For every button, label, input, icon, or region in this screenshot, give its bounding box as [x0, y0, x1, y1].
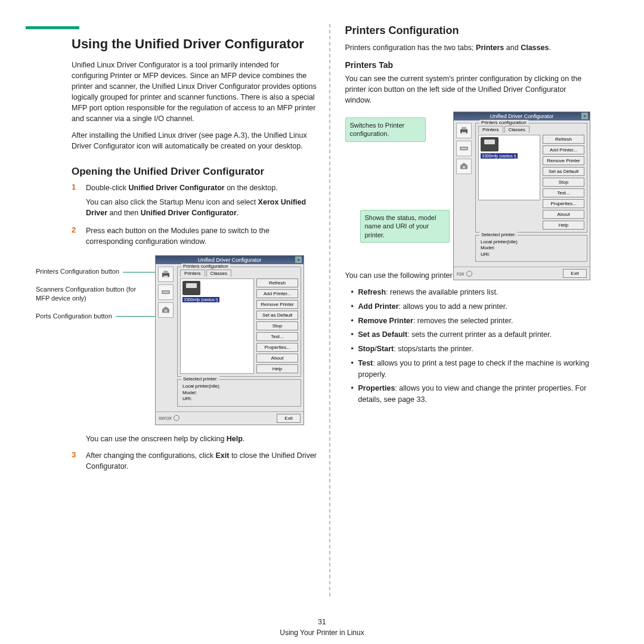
configurator-window-2: Unified Driver Configurator × [453, 112, 590, 280]
selected-info: Local printer(idle) Model: URI: [478, 238, 584, 259]
close-icon[interactable]: × [581, 113, 588, 119]
printers-config-group: Printers configuration Printers Classes … [177, 267, 301, 377]
step-body: Double-click Unified Driver Configurator… [86, 182, 317, 222]
step-body: Press each button on the Modules pane to… [86, 225, 317, 250]
callout-line-icon [123, 272, 155, 273]
steps-list: 1 Double-click Unified Driver Configurat… [72, 182, 317, 251]
selected-printer-group: Selected printer: Local printer(idle) Mo… [177, 379, 301, 406]
text: and then [107, 209, 141, 217]
printer-list[interactable]: 3300mfp (castus l) [478, 135, 540, 200]
window-title: Unified Driver Configurator [490, 113, 554, 119]
text: You can use the onscreen help by clickin… [86, 435, 227, 443]
ports-module-icon[interactable] [158, 302, 174, 318]
exit-button[interactable]: Exit [277, 414, 301, 423]
about-button[interactable]: About [543, 210, 584, 219]
scanner-module-icon[interactable] [456, 141, 472, 156]
section-accent-rule [26, 26, 79, 29]
printers-tab-desc: You can see the current system's printer… [345, 73, 591, 106]
about-button[interactable]: About [256, 354, 298, 363]
brand-text: rox [457, 271, 465, 277]
help-button[interactable]: Help [543, 221, 584, 230]
text: : stops/starts the printer. [394, 345, 473, 353]
refresh-button[interactable]: Refresh [543, 135, 584, 144]
brand-label: rox [457, 271, 472, 277]
brand-label: xerox [159, 415, 179, 421]
intro-para-1: Unified Linux Driver Configurator is a t… [72, 60, 317, 125]
bold: Classes [521, 44, 549, 52]
group-label: Printers configuration [479, 120, 528, 125]
help-button[interactable]: Help [256, 364, 298, 373]
stop-button[interactable]: Stop [543, 178, 584, 187]
right-column: Printers Configuration Printers configur… [330, 24, 621, 596]
main-heading: Using the Unified Driver Configurator [72, 36, 317, 52]
add-printer-button[interactable]: Add Printer... [543, 145, 584, 154]
footer-text: Using Your Printer in Linux [0, 627, 644, 638]
printer-thumbnail-icon [182, 281, 200, 295]
group-label: Selected printer: [479, 232, 518, 237]
control-buttons-list: Refresh: renews the available printers l… [351, 287, 591, 405]
add-printer-button[interactable]: Add Printer... [256, 289, 298, 298]
step-number: 2 [72, 225, 86, 250]
step-number: 1 [72, 182, 86, 222]
figure-2: Switches to Printer configuration. Shows… [345, 112, 591, 261]
window-footer: rox Exit [454, 267, 590, 280]
selected-uri: URI: [481, 252, 582, 258]
scanner-module-icon[interactable] [158, 284, 174, 300]
text: : allows you to print a test page to che… [358, 359, 589, 379]
selected-status: Local printer(idle) [182, 383, 296, 389]
bullet-properties: Properties: allows you to view and chang… [351, 383, 591, 405]
tab-classes[interactable]: Classes [504, 126, 530, 133]
tab-printers[interactable]: Printers [180, 270, 205, 277]
bold: Test [358, 359, 373, 367]
help-note: You can use the onscreen help by clickin… [86, 434, 317, 444]
remove-printer-button[interactable]: Remove Printer [543, 156, 584, 165]
svg-rect-1 [163, 271, 168, 274]
step-2: 2 Press each button on the Modules pane … [72, 225, 317, 250]
selected-info: Local printer(idle) Model: URI: [180, 382, 298, 403]
set-default-button[interactable]: Set as Default [543, 167, 584, 176]
svg-rect-8 [462, 132, 466, 134]
printer-item-label: 3300mfp (castus l) [481, 153, 518, 159]
svg-rect-11 [463, 166, 466, 168]
text: : removes the selected printer. [413, 317, 513, 325]
exit-button[interactable]: Exit [563, 269, 587, 278]
test-button[interactable]: Test... [543, 188, 584, 197]
text: : allows you to add a new printer. [399, 302, 507, 311]
bullet-add: Add Printer: allows you to add a new pri… [351, 301, 591, 312]
main-row: 3300mfp (castus l) Refresh Add Printer..… [478, 135, 584, 230]
page-content: Using the Unified Driver Configurator Un… [0, 0, 644, 608]
remove-printer-button[interactable]: Remove Printer [256, 300, 298, 309]
brand-logo-icon [466, 271, 472, 277]
callout-printers: Printers Configuration button [36, 267, 155, 276]
step1-line2: You can also click the Startup Menu icon… [86, 197, 317, 218]
window-body: Printers configuration Printers Classes … [454, 120, 590, 267]
properties-button[interactable]: Properties... [543, 199, 584, 208]
text: . [243, 435, 244, 443]
svg-rect-7 [462, 127, 466, 130]
stop-button[interactable]: Stop [256, 321, 298, 330]
selected-model: Model: [481, 245, 582, 251]
text: You can also click the Startup Menu icon… [86, 198, 258, 206]
printer-module-icon[interactable] [158, 267, 174, 282]
text: . [237, 209, 239, 217]
printer-module-icon[interactable] [456, 123, 472, 138]
heading-printers-tab: Printers Tab [345, 60, 591, 70]
set-default-button[interactable]: Set as Default [256, 311, 298, 320]
svg-rect-5 [165, 310, 168, 312]
callout-shows-status: Shows the status, model name and URI of … [360, 210, 450, 243]
refresh-button[interactable]: Refresh [256, 278, 298, 287]
tab-printers[interactable]: Printers [478, 126, 503, 133]
button-column: Refresh Add Printer... Remove Printer Se… [543, 135, 584, 230]
ports-module-icon[interactable] [456, 159, 472, 174]
properties-button[interactable]: Properties... [256, 343, 298, 352]
tabs: Printers Classes [478, 126, 584, 133]
tab-classes[interactable]: Classes [206, 270, 231, 277]
test-button[interactable]: Test... [256, 332, 298, 341]
selected-model: Model: [182, 390, 296, 396]
modules-sidebar [158, 267, 175, 408]
close-icon[interactable]: × [295, 256, 302, 263]
text: After changing the configurations, click [86, 451, 215, 460]
bullet-refresh: Refresh: renews the available printers l… [351, 287, 591, 298]
main-row: 3300mfp (castus l) Refresh Add Printer..… [180, 278, 298, 374]
printer-list[interactable]: 3300mfp (castus l) [180, 278, 254, 374]
